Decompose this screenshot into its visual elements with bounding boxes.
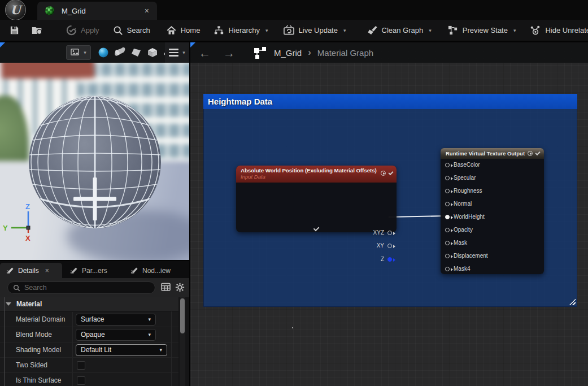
section-expand-triangle-icon (6, 302, 11, 306)
details-panel: Details × Par...ers Nod...iew (0, 261, 189, 386)
input-pin-normal[interactable]: Normal (445, 201, 472, 207)
input-pin-roughness[interactable]: Roughness (445, 188, 482, 194)
input-pin-displacement[interactable]: Displacement (445, 253, 488, 259)
advanced-view-icon[interactable] (381, 171, 386, 176)
settings-gear-icon[interactable] (175, 283, 185, 292)
preview-state-button[interactable]: Preview State ▾ (447, 25, 516, 36)
pin-circle-icon[interactable] (387, 244, 392, 248)
advanced-view-icon[interactable] (528, 151, 533, 156)
material-section-header[interactable]: Material (0, 297, 178, 311)
apply-label: Apply (81, 26, 99, 34)
chevron-down-icon[interactable] (535, 150, 540, 155)
shading-model-dropdown[interactable]: Default Lit ▾ (76, 344, 167, 356)
breadcrumb-separator-icon: › (308, 47, 311, 58)
axis-gizmo: Z Y X (0, 63, 68, 249)
node-runtime-virtual-texture-output[interactable]: Runtime Virtual Texture Output BaseColor… (441, 148, 544, 274)
details-search-input[interactable]: Search (7, 281, 155, 294)
pin-circle-icon[interactable] (445, 163, 450, 167)
pin-circle-connected-icon[interactable] (445, 215, 450, 219)
tab-close-icon[interactable]: × (142, 6, 151, 15)
tab-parameters[interactable]: Par...ers (64, 263, 120, 278)
pin-label: XYZ (373, 229, 384, 236)
chevron-down-icon: ▾ (148, 316, 151, 322)
property-label: Blend Mode (0, 331, 72, 339)
pin-circle-icon[interactable] (445, 189, 450, 193)
material-preview-viewport[interactable]: ▾ (0, 42, 189, 260)
material-sphere-icon (45, 6, 54, 15)
asset-tab-mgrid[interactable]: M_Grid × (37, 2, 157, 20)
display-filter-table-icon[interactable] (161, 283, 171, 292)
hierarchy-button[interactable]: Hierarchy ▾ (214, 25, 268, 36)
hierarchy-label: Hierarchy (228, 26, 260, 34)
pin-circle-icon[interactable] (445, 176, 450, 180)
search-button[interactable]: Search (113, 25, 150, 36)
input-pin-mask[interactable]: Mask (445, 240, 467, 246)
pin-circle-icon[interactable] (445, 267, 450, 271)
node-absolute-world-position[interactable]: Absolute World Position (Excluding Mater… (236, 166, 397, 232)
save-button[interactable] (9, 25, 20, 36)
home-button[interactable]: Home (166, 25, 201, 36)
node-header[interactable]: Absolute World Position (Excluding Mater… (236, 166, 397, 183)
is-thin-surface-checkbox[interactable] (77, 376, 85, 385)
output-pin-xy[interactable]: XY (377, 242, 392, 249)
blend-mode-dropdown[interactable]: Opaque ▾ (76, 329, 156, 341)
chevron-down-icon[interactable] (388, 170, 393, 175)
dropdown-value: Opaque (81, 331, 105, 339)
input-pin-mask4[interactable]: Mask4 (445, 266, 470, 272)
pin-circle-icon[interactable] (445, 241, 450, 245)
browse-to-asset-button[interactable] (31, 25, 43, 36)
pin-label: WorldHeight (454, 214, 485, 220)
nav-back-button[interactable]: ← (199, 47, 211, 59)
pin-circle-icon[interactable] (445, 228, 450, 232)
property-row-shading-model: Shading Model Default Lit ▾ (0, 342, 178, 358)
details-tab-bar: Details × Par...ers Nod...iew (0, 261, 189, 278)
output-pin-xyz[interactable]: XYZ (373, 229, 392, 236)
viewport-options-menu-button[interactable]: ▾ (165, 42, 189, 63)
home-icon (166, 25, 177, 36)
pin-label: Specular (454, 175, 476, 181)
input-pin-worldheight[interactable]: WorldHeight (445, 214, 485, 220)
material-domain-dropdown[interactable]: Surface ▾ (76, 314, 156, 326)
comment-box-header[interactable]: Heightmap Data (203, 94, 577, 109)
material-graph-canvas[interactable]: ← → M_Grid › Material Graph Heightmap Da… (190, 42, 588, 386)
apply-button[interactable]: Apply (66, 25, 99, 36)
tab-close-icon[interactable]: × (45, 267, 49, 275)
unreal-engine-logo-icon[interactable]: U (5, 0, 26, 20)
comment-resize-handle-icon[interactable] (568, 298, 576, 305)
preview-shape-cube-button[interactable] (146, 46, 159, 59)
tab-details[interactable]: Details × (0, 263, 62, 278)
pin-circle-icon[interactable] (445, 254, 450, 258)
graph-icon (254, 46, 267, 59)
clean-graph-button[interactable]: Clean Graph ▾ (367, 25, 432, 36)
output-pin-z[interactable]: Z (381, 256, 392, 262)
preview-shape-sphere-button[interactable] (97, 46, 110, 59)
input-pin-specular[interactable]: Specular (445, 175, 476, 181)
input-pin-opacity[interactable]: Opacity (445, 227, 473, 233)
tab-node-preview[interactable]: Nod...iew (124, 263, 181, 278)
hide-unrelated-button[interactable]: Hide Unrelated (529, 25, 588, 36)
preview-3d-scene[interactable]: Z Y X (0, 63, 189, 260)
search-label: Search (127, 26, 150, 34)
preview-shape-cylinder-button[interactable] (113, 46, 127, 59)
nav-forward-button[interactable]: → (223, 47, 235, 59)
details-scrollbar[interactable] (180, 297, 185, 386)
preview-shape-plane-button[interactable] (129, 46, 143, 59)
scrollbar-thumb[interactable] (180, 298, 185, 333)
preview-scene-settings-button[interactable]: ▾ (66, 45, 91, 60)
pin-circle-icon[interactable] (387, 231, 392, 235)
dropdown-value: Default Lit (81, 346, 111, 354)
chevron-down-icon: ▾ (265, 28, 268, 33)
node-header[interactable]: Runtime Virtual Texture Output (441, 148, 544, 159)
pin-circle-connected-icon[interactable] (387, 257, 392, 262)
node-expand-chevron-icon[interactable] (313, 225, 320, 232)
node-title: Absolute World Position (Excluding Mater… (241, 167, 397, 174)
breadcrumb-root[interactable]: M_Grid (274, 48, 302, 58)
chevron-down-icon: ▾ (84, 50, 86, 55)
input-pin-basecolor[interactable]: BaseColor (445, 162, 480, 168)
property-label: Material Domain (0, 315, 72, 323)
live-update-button[interactable]: Live Update ▾ (283, 25, 346, 36)
pin-circle-icon[interactable] (445, 202, 450, 206)
chevron-down-icon: ▾ (159, 347, 162, 353)
search-placeholder: Search (24, 284, 47, 292)
two-sided-checkbox[interactable] (77, 361, 85, 370)
